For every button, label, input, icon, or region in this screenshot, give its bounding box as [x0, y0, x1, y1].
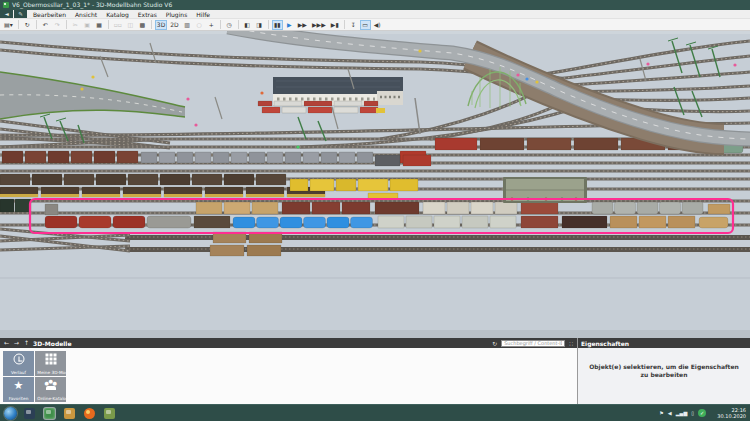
- star-icon: ★: [14, 380, 24, 391]
- view-grid-icon[interactable]: ∷: [568, 340, 574, 347]
- clock-icon: [13, 354, 24, 365]
- tile-favoriten[interactable]: ★Favoriten: [3, 377, 34, 402]
- scene-svg: [0, 31, 750, 338]
- toolbar-separator: [18, 20, 19, 29]
- menu-extras[interactable]: Extras: [138, 11, 157, 18]
- menu-plugins[interactable]: Plugins: [166, 11, 188, 18]
- add-object-button[interactable]: +: [206, 20, 217, 30]
- battery-tray-icon[interactable]: ▯: [691, 410, 694, 416]
- catalog-panel: ← → ↑ 3D-Modelle ↻ ∷ VerlaufMeine 3D-Mod…: [0, 338, 577, 404]
- application-window: V6_Obermossllar_1_03_1* - 3D-Modellbahn …: [0, 0, 750, 421]
- toolbar-separator: [220, 20, 221, 29]
- view-3d-button[interactable]: 3D: [155, 20, 167, 30]
- taskbar: ⚑◀▂▄▆▯ ✓ 22:16 30.10.2020: [0, 404, 750, 421]
- file-explorer-taskbar-icon[interactable]: [24, 408, 35, 419]
- play-fast-button[interactable]: ▶▶: [296, 20, 309, 30]
- menu-katalog[interactable]: Katalog: [106, 11, 129, 18]
- view-2d-button[interactable]: 2D: [168, 20, 180, 30]
- fullscreen-button[interactable]: ▭: [360, 20, 371, 30]
- import-button[interactable]: ↧: [348, 20, 359, 30]
- play-faster-button[interactable]: ▶▶▶: [310, 20, 328, 30]
- toolbar-separator: [151, 20, 152, 29]
- catalog-panel-title: 3D-Modelle: [33, 340, 71, 347]
- catalog-panel-body: VerlaufMeine 3D-Modelle★FavoritenOnline-…: [0, 348, 577, 404]
- nav-back-button[interactable]: ←: [3, 338, 10, 348]
- save-button[interactable]: ▤▾: [2, 20, 15, 30]
- security-shield-icon[interactable]: ✓: [698, 409, 706, 417]
- toolbar-separator: [268, 20, 269, 29]
- toolbar-separator: [238, 20, 239, 29]
- properties-panel-body: Objekt(e) selektieren, um die Eigenschaf…: [578, 348, 750, 404]
- tile-label: Online-Katalog: [37, 396, 63, 400]
- panel-layout-left-button[interactable]: ◧: [242, 20, 253, 30]
- properties-empty-message: Objekt(e) selektieren, um die Eigenschaf…: [589, 363, 739, 379]
- bottom-panels: ← → ↑ 3D-Modelle ↻ ∷ VerlaufMeine 3D-Mod…: [0, 338, 750, 404]
- surface-button[interactable]: ▩: [137, 20, 148, 30]
- menubar: ◄ ✎ BearbeitenAnsichtKatalogExtrasPlugin…: [0, 10, 750, 19]
- flag-tray-icon[interactable]: ⚑: [659, 410, 663, 416]
- paste-button[interactable]: ▦: [94, 20, 105, 30]
- light-button[interactable]: ○: [194, 20, 205, 30]
- people-icon: [45, 380, 57, 390]
- toolbar: ▤▾↻↶↷✂▣▦▫▫◫▩3D2D▥○+◷◧◨▮▮▶▶▶▶▶▶▶▮↧▭◀): [0, 19, 750, 31]
- tile-online-katalog[interactable]: Online-Katalog: [35, 377, 66, 402]
- play-to-end-button[interactable]: ▶▮: [329, 20, 341, 30]
- undo-button[interactable]: ↶: [40, 20, 51, 30]
- app-icon: [3, 2, 9, 8]
- tile-verlauf[interactable]: Verlauf: [3, 351, 34, 376]
- studio-app-taskbar-icon[interactable]: [104, 408, 115, 419]
- titlebar: V6_Obermossllar_1_03_1* - 3D-Modellbahn …: [0, 0, 750, 10]
- back-button[interactable]: ◄: [0, 10, 13, 18]
- nav-up-button[interactable]: ↑: [23, 338, 30, 348]
- tile-label: Verlauf: [5, 370, 31, 374]
- taskbar-clock[interactable]: 22:16 30.10.2020: [710, 407, 746, 420]
- menu-ansicht[interactable]: Ansicht: [75, 11, 97, 18]
- firefox-taskbar-icon[interactable]: [84, 408, 95, 419]
- scene-canvas[interactable]: [0, 31, 750, 338]
- redo-button[interactable]: ↷: [52, 20, 63, 30]
- pause-button[interactable]: ▮▮: [272, 20, 283, 30]
- start-button[interactable]: [4, 407, 17, 420]
- sound-button[interactable]: ◀): [372, 20, 383, 30]
- menu-items: BearbeitenAnsichtKatalogExtrasPluginsHil…: [33, 10, 210, 18]
- catalog-tiles: VerlaufMeine 3D-Modelle★FavoritenOnline-…: [0, 348, 577, 402]
- tile-label: Meine 3D-Modelle: [37, 370, 63, 374]
- toolbar-separator: [344, 20, 345, 29]
- properties-panel: Eigenschaften Objekt(e) selektieren, um …: [577, 338, 750, 404]
- play-button[interactable]: ▶: [284, 20, 295, 30]
- copy-button[interactable]: ▣: [82, 20, 93, 30]
- search-input[interactable]: [501, 340, 565, 347]
- layers-button[interactable]: ▥: [182, 20, 193, 30]
- image-viewer-taskbar-icon[interactable]: [44, 408, 55, 419]
- properties-panel-title: Eigenschaften: [581, 340, 629, 347]
- system-tray: ⚑◀▂▄▆▯ ✓ 22:16 30.10.2020: [659, 407, 746, 420]
- nav-forward-button[interactable]: →: [13, 338, 20, 348]
- toolbar-separator: [108, 20, 109, 29]
- catalog-panel-header: ← → ↑ 3D-Modelle ↻ ∷: [0, 338, 577, 348]
- taskbar-apps: [24, 408, 115, 419]
- toolbar-separator: [66, 20, 67, 29]
- align-button[interactable]: ◫: [125, 20, 136, 30]
- window-title: V6_Obermossllar_1_03_1* - 3D-Modellbahn …: [12, 0, 172, 10]
- tray-icons: ⚑◀▂▄▆▯: [659, 410, 694, 416]
- menu-bearbeiten[interactable]: Bearbeiten: [33, 11, 66, 18]
- taskbar-date: 30.10.2020: [710, 413, 746, 420]
- group-button[interactable]: ▫▫: [112, 20, 124, 30]
- tile-meine-3d-modelle[interactable]: Meine 3D-Modelle: [35, 351, 66, 376]
- cut-button[interactable]: ✂: [70, 20, 81, 30]
- properties-panel-header: Eigenschaften: [578, 338, 750, 348]
- event-clock-button[interactable]: ◷: [224, 20, 235, 30]
- speaker-tray-icon[interactable]: ◀: [668, 410, 672, 416]
- edit-mode-button[interactable]: ✎: [14, 10, 27, 18]
- menu-hilfe[interactable]: Hilfe: [196, 11, 210, 18]
- refresh-icon[interactable]: ↻: [491, 340, 498, 347]
- toolbar-separator: [36, 20, 37, 29]
- grid-icon: [45, 354, 56, 365]
- network-tray-icon[interactable]: ▂▄▆: [676, 410, 688, 416]
- folder-taskbar-icon[interactable]: [64, 408, 75, 419]
- tile-label: Favoriten: [5, 396, 31, 400]
- reset-camera-button[interactable]: ↻: [22, 20, 33, 30]
- panel-layout-bottom-button[interactable]: ◨: [254, 20, 265, 30]
